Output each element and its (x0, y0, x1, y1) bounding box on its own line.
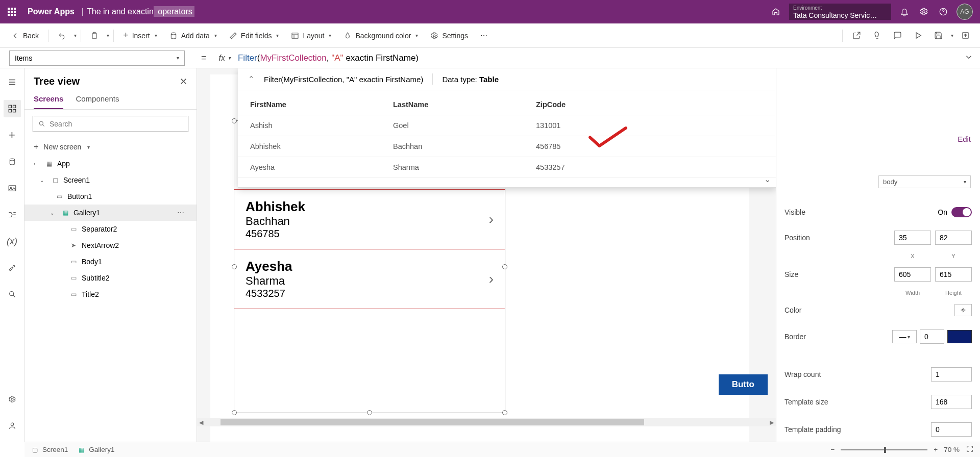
data-rail-icon[interactable] (4, 153, 21, 170)
tsize-input[interactable] (931, 395, 972, 409)
settings-rail-icon[interactable] (4, 391, 21, 408)
hamburger-icon[interactable] (4, 73, 21, 91)
height-input[interactable] (935, 267, 972, 282)
edit-link[interactable]: Edit (958, 135, 971, 143)
tab-components[interactable]: Components (76, 94, 119, 109)
bg-color-label: Background color (355, 32, 411, 40)
fx-icon[interactable]: fx▾ (214, 54, 236, 63)
app-name[interactable]: Power Apps (23, 7, 79, 16)
pos-x-input[interactable] (894, 231, 931, 245)
breadcrumb-gallery1[interactable]: ▦Gallery1 (77, 446, 114, 454)
media-rail-icon[interactable] (4, 180, 21, 197)
undo-button[interactable] (53, 29, 71, 43)
border-color-swatch[interactable] (947, 330, 972, 343)
ask-rail-icon[interactable] (4, 417, 21, 435)
tree-item-gallery1[interactable]: ⌄ ▦ Gallery1 ⋯ (24, 205, 197, 221)
formula-expand-icon[interactable] (958, 53, 980, 64)
checker-icon[interactable] (868, 27, 886, 44)
waffle-icon[interactable] (0, 8, 23, 16)
back-button[interactable]: Back (6, 29, 44, 43)
zoom-slider[interactable] (841, 449, 927, 450)
tree-search-input[interactable]: Search (33, 116, 188, 132)
tree-item-separator2[interactable]: ▭ Separator2 (24, 221, 197, 237)
edit-fields-label: Edit fields (241, 32, 272, 40)
tree-label: Button1 (67, 192, 92, 200)
zoom-out-icon[interactable]: − (830, 446, 835, 453)
notifications-icon[interactable] (898, 6, 911, 18)
new-screen-button[interactable]: + New screen ▾ (24, 138, 197, 156)
help-icon[interactable] (937, 6, 949, 18)
user-avatar[interactable]: AG (957, 4, 973, 20)
result-expand-icon[interactable]: ⌄ (764, 174, 771, 184)
toolbar-separator (48, 30, 48, 42)
left-rail: + (x) (0, 68, 24, 442)
border-width-input[interactable] (920, 329, 944, 344)
border-style-picker[interactable]: — ▾ (892, 330, 917, 343)
tree-item-app[interactable]: › ▦ App (24, 156, 197, 172)
pos-y-input[interactable] (935, 231, 972, 245)
preview-icon[interactable] (909, 27, 926, 44)
property-selector[interactable]: Items ▾ (9, 50, 185, 66)
layout-button[interactable]: Layout ▾ (286, 29, 336, 43)
x-label: X (894, 253, 931, 259)
gallery-row[interactable]: Ayesha Sharma 4533257 › (234, 249, 505, 309)
tree-item-button1[interactable]: ▭ Button1 (24, 188, 197, 205)
breadcrumb-screen1[interactable]: ▢Screen1 (31, 446, 68, 454)
comments-icon[interactable] (889, 27, 906, 44)
screen-icon: ▢ (51, 176, 59, 184)
publish-icon[interactable] (957, 27, 974, 44)
next-arrow-icon[interactable]: › (489, 211, 494, 227)
tree-item-subtitle2[interactable]: ▭ Subtitle2 (24, 270, 197, 286)
tpad-input[interactable] (931, 422, 972, 437)
close-panel-icon[interactable]: ✕ (180, 76, 187, 87)
tree-item-screen1[interactable]: ⌄ ▢ Screen1 (24, 172, 197, 188)
width-input[interactable] (894, 267, 931, 282)
canvas-button[interactable]: Butto (719, 374, 768, 395)
share-icon[interactable] (848, 27, 865, 44)
button-icon: ▭ (55, 192, 63, 200)
save-icon[interactable] (929, 27, 947, 44)
variables-rail-icon[interactable]: (x) (4, 233, 21, 250)
bg-color-button[interactable]: Background color ▾ (338, 29, 423, 43)
fit-screen-icon[interactable] (966, 445, 974, 454)
search-rail-icon[interactable] (4, 286, 21, 303)
color-swatch[interactable]: ✧ (954, 304, 972, 316)
canvas[interactable]: ✎ Abhishek Bachhan 456785 › (197, 68, 776, 442)
environment-picker[interactable]: Environment Tata Consultancy Servic… (789, 4, 891, 20)
tree-item-body1[interactable]: ▭ Body1 (24, 253, 197, 270)
result-row: Ashish Goel 131001 (238, 115, 776, 136)
visible-toggle[interactable] (951, 207, 972, 217)
tree-view-icon[interactable] (4, 100, 21, 117)
label-icon: ▭ (69, 274, 78, 282)
col-lastname: LastName (393, 100, 536, 109)
edit-fields-button[interactable]: Edit fields ▾ (224, 29, 284, 43)
horizontal-scrollbar[interactable]: ◀ ▶ (197, 418, 776, 426)
insert-rail-icon[interactable]: + (4, 126, 21, 144)
result-formula-text: Filter(MyFirstCollection, "A" exactin Fi… (264, 75, 423, 84)
paste-button[interactable] (85, 29, 104, 43)
more-button[interactable]: ⋯ (475, 29, 494, 43)
save-chevron[interactable]: ▾ (951, 33, 953, 38)
fields-selector[interactable]: body▾ (878, 175, 971, 188)
tab-screens[interactable]: Screens (34, 94, 63, 109)
more-icon[interactable]: ⋯ (177, 209, 191, 217)
insert-button[interactable]: + Insert ▾ (118, 27, 162, 44)
undo-chevron[interactable]: ▾ (74, 33, 77, 38)
settings-gear-icon[interactable] (918, 6, 930, 18)
paste-chevron[interactable]: ▾ (107, 33, 109, 38)
tree-item-nextarrow2[interactable]: ➤ NextArrow2 (24, 237, 197, 253)
tree-item-title2[interactable]: ▭ Title2 (24, 286, 197, 302)
flows-rail-icon[interactable] (4, 206, 21, 223)
tree-view-panel: Tree view ✕ Screens Components Search + … (24, 68, 197, 442)
settings-button[interactable]: Settings (425, 29, 473, 43)
tools-rail-icon[interactable] (4, 259, 21, 276)
zoom-in-icon[interactable]: + (934, 446, 938, 453)
environment-icon[interactable] (770, 6, 782, 18)
collapse-icon[interactable]: ⌃ (248, 74, 255, 84)
add-data-button[interactable]: Add data ▾ (164, 29, 222, 43)
formula-input[interactable]: Filter(MyFirstCollection, "A" exactin Fi… (236, 53, 958, 63)
wrap-input[interactable] (931, 367, 972, 382)
gallery-row[interactable]: Abhishek Bachhan 456785 › (234, 189, 505, 249)
next-arrow-icon[interactable]: › (489, 271, 494, 287)
svg-point-6 (433, 35, 435, 37)
